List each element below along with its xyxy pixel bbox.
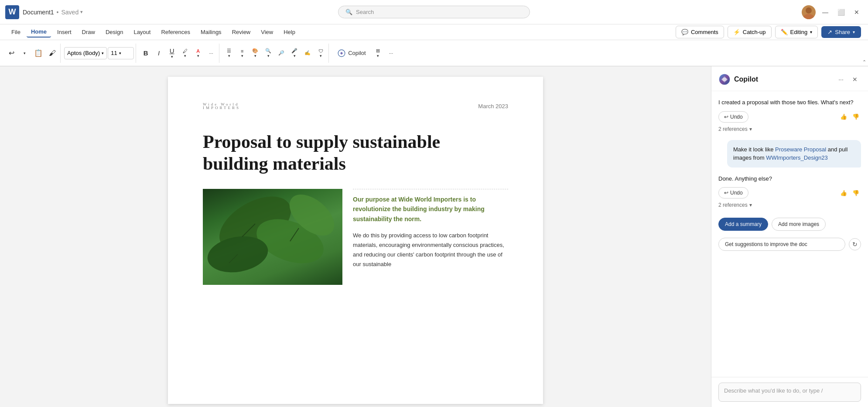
zoom-button[interactable]: 🔎 [275,44,287,62]
undo-dropdown[interactable]: ▾ [18,44,31,62]
paste-button[interactable]: 📋 [31,44,45,62]
references-row-1[interactable]: 2 references ▾ [718,125,861,133]
italic-button[interactable]: I [153,44,165,62]
undo-button-2[interactable]: ↩ Undo [718,187,748,198]
mic-button[interactable]: 🎤 ▾ [288,44,301,62]
ribbon-toolbar: ↩ ▾ 📋 🖌 Aptos (Body) ▾ 11 ▾ B I U ▾ [0,40,868,66]
ribbon-collapse-button[interactable]: ⌃ [862,59,866,65]
find-button[interactable]: 🔍 ▾ [262,44,274,62]
search-box[interactable]: 🔍 Search [338,6,530,18]
copilot-panel: Copilot ··· ✕ I created a proposal with … [711,66,868,407]
format-group: B I U ▾ 🖊 ▾ A ▾ ··· [138,44,219,63]
sensitivity-button[interactable]: 🛡 ▾ [314,44,327,62]
leaf-svg [203,189,342,285]
avatar[interactable] [802,5,816,19]
doc-title: Document1 • Saved ▾ [23,9,83,16]
saved-label: Saved [62,9,79,16]
user-msg-link1[interactable]: Proseware Proposal [775,146,826,153]
more-format-button[interactable]: ··· [205,44,217,62]
catchup-icon: ⚡ [733,29,740,35]
copilot-ribbon-button[interactable]: Copilot [332,47,371,60]
shading-button[interactable]: 🎨 ▾ [249,44,261,62]
doc-date: March 2023 [478,103,508,109]
view-toggle-button[interactable]: ⊞ ▾ [372,44,384,62]
copilot-body: I created a proposal with those two file… [711,91,868,377]
menu-file[interactable]: File [7,27,25,37]
company-logo: Wide World IMPORTERS [203,103,240,110]
menu-draw[interactable]: Draw [78,27,99,37]
menu-references[interactable]: References [157,27,194,37]
menu-insert[interactable]: Insert [53,27,76,37]
bold-icon: B [144,49,148,57]
align-button[interactable]: ≡ ▾ [236,44,248,62]
font-color-icon: A [196,48,199,54]
highlight-button[interactable]: 🖊 ▾ [179,44,191,62]
menu-layout[interactable]: Layout [129,27,155,37]
menu-home[interactable]: Home [27,27,51,38]
message-2-actions: ↩ Undo 👍 👎 [718,187,861,198]
more-format-icon: ··· [209,51,213,56]
references-row-2[interactable]: 2 references ▾ [718,201,861,209]
minimize-button[interactable]: — [819,6,831,18]
undo-button[interactable]: ↩ [5,44,17,62]
thumbup-button-1[interactable]: 👍 [838,112,849,122]
undo-group: ↩ ▾ 📋 🖌 [3,44,61,63]
underline-button[interactable]: U ▾ [166,44,178,62]
menu-design[interactable]: Design [101,27,127,37]
user-msg-link2[interactable]: WWImporters_Design23 [766,154,828,161]
share-button[interactable]: ↗ Share ▾ [821,26,861,38]
thumbdown-button-2[interactable]: 👎 [851,188,861,198]
italic-icon: I [158,49,160,57]
thumbdown-button-1[interactable]: 👎 [851,112,861,122]
copilot-close-button[interactable]: ✕ [849,73,861,86]
body-text: We do this by providing access to low ca… [353,231,508,269]
menu-mailings[interactable]: Mailings [196,27,226,37]
copilot-more-button[interactable]: ··· [835,73,847,86]
font-name-selector[interactable]: Aptos (Body) ▾ [64,47,107,59]
chat-input[interactable]: Describe what you'd like to do, or type … [718,383,861,402]
format-painter-icon: 🖌 [49,49,56,57]
copilot-icon [338,49,345,57]
editing-icon: ✏️ [781,29,788,35]
main-area: Wide World IMPORTERS March 2023 Proposal… [0,66,868,407]
editor-button[interactable]: ✍ [301,44,314,62]
get-suggestions-button[interactable]: Get suggestions to improve the doc [718,238,845,251]
undo-button-1[interactable]: ↩ Undo [718,111,748,123]
menu-bar: File Home Insert Draw Design Layout Refe… [0,24,868,40]
menu-help[interactable]: Help [279,27,300,37]
format-painter[interactable]: 🖌 [46,44,58,62]
references-chevron-1: ▾ [749,125,752,133]
maximize-button[interactable]: ⬜ [835,6,847,18]
list-button[interactable]: ☰ ▾ [223,44,235,62]
undo-label-1: Undo [730,114,743,120]
undo-icon-2: ↩ [724,190,728,196]
svg-point-0 [806,7,812,14]
copilot-footer: Describe what you'd like to do, or type … [711,377,868,407]
ai-message-2: Done. Anything else? ↩ Undo 👍 👎 2 refere… [718,174,861,209]
font-size-selector[interactable]: 11 ▾ [108,47,134,59]
shading-icon: 🎨 [252,48,258,54]
refresh-button[interactable]: ↻ [849,238,861,250]
add-images-button[interactable]: Add more images [772,218,826,231]
add-summary-button[interactable]: Add a summary [718,218,768,231]
catchup-button[interactable]: ⚡ Catch-up [728,26,772,38]
list-icon: ☰ [227,48,231,54]
references-label-1: 2 references [718,125,748,133]
title-bar-right: — ⬜ ✕ [802,5,863,19]
menu-view[interactable]: View [256,27,277,37]
font-name-value: Aptos (Body) [67,50,100,56]
undo-icon: ↩ [9,49,14,57]
editing-button[interactable]: ✏️ Editing ▾ [775,26,818,38]
font-color-button[interactable]: A ▾ [192,44,204,62]
copilot-panel-logo [718,73,731,86]
close-button[interactable]: ✕ [851,6,863,18]
undo-dropdown-icon: ▾ [24,51,26,55]
bold-button[interactable]: B [140,44,152,62]
mic-icon: 🎤 [291,48,297,54]
menu-review[interactable]: Review [228,27,255,37]
comments-button[interactable]: 💬 Comments [676,26,724,38]
font-color-dropdown: ▾ [197,54,199,58]
more-ribbon-button[interactable]: ··· [385,44,397,62]
thumbup-button-2[interactable]: 👍 [838,188,849,198]
editor-icon: ✍ [304,50,311,56]
